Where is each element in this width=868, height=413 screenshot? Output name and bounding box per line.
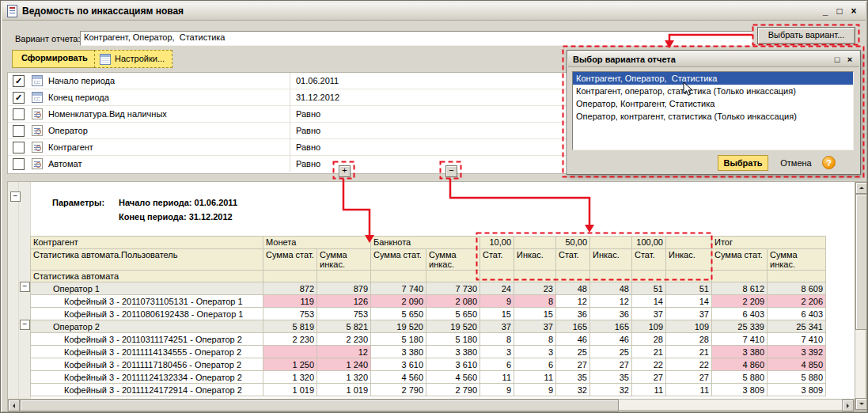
minimize-button[interactable]: _ (818, 6, 832, 17)
filter-value[interactable]: Равно (290, 126, 320, 135)
table-row[interactable]: Оператор 18728797 7407 7302423484851518 … (31, 282, 826, 295)
table-row[interactable]: Кофейный 3 - 20110731105131 - Оператор 1… (31, 295, 826, 308)
close-button[interactable]: × (847, 6, 861, 17)
data-cell: 7 410 (712, 333, 768, 346)
data-cell: 14 (632, 295, 666, 308)
column-subheader: Сумма стат. (263, 249, 317, 271)
dialog-close-button[interactable]: × (843, 55, 856, 64)
vertical-scroll-thumb[interactable] (855, 194, 867, 330)
column-subheader: Сумма инкас. (768, 249, 826, 271)
data-cell (263, 346, 317, 358)
collapse-row-group-button[interactable]: − (20, 320, 30, 330)
data-cell: 4 560 (426, 371, 480, 384)
collapse-report-group-button[interactable]: − (10, 191, 21, 202)
expand-columns-button[interactable]: + (339, 165, 351, 177)
dialog-cancel-button[interactable]: Отмена (776, 155, 816, 171)
scroll-up-button[interactable] (855, 182, 867, 194)
data-cell: 8 (514, 333, 556, 346)
column-group-header: Монета (263, 237, 371, 249)
data-cell: 7 740 (371, 282, 426, 295)
settings-button-label: Настройки... (115, 51, 165, 66)
dialog-help-button[interactable]: ? (822, 156, 836, 169)
column-subheader: Сумма стат. (371, 249, 426, 271)
column-group-header (514, 237, 556, 249)
settings-button[interactable]: Настройки... (94, 50, 172, 68)
filter-checkbox[interactable] (13, 125, 25, 137)
data-cell: 2 206 (768, 295, 826, 308)
report-variant-input[interactable]: Контрагент, Оператор, Статистика (80, 31, 752, 46)
period-start-icon (32, 75, 43, 86)
data-cell: 25 (590, 346, 632, 358)
data-cell: 32 (556, 384, 590, 396)
table-row[interactable]: Кофейный 3 - 20111124132334 - Оператор 2… (31, 371, 826, 384)
column-subheader: Инкас. (666, 249, 712, 271)
data-cell: 2 080 (426, 295, 480, 308)
data-cell: 8 (480, 333, 514, 346)
row-name-cell: Кофейный 3 - 20111114134555 - Оператор 2 (31, 346, 263, 358)
report-variant-option[interactable]: Контрагент, оператор, статистика (Только… (573, 85, 853, 97)
filter-value[interactable]: 31.12.2012 (290, 93, 339, 102)
data-cell: 27 (666, 371, 712, 384)
column-subheader: Сумма инкас. (426, 249, 480, 271)
filter-name: Автомат (48, 156, 290, 172)
filter-checkbox[interactable]: ✓ (13, 75, 25, 87)
table-row[interactable]: Кофейный 3 - 20111124172914 - Оператор 2… (31, 384, 826, 396)
maximize-button[interactable]: □ (832, 6, 847, 17)
choose-variant-button[interactable]: Выбрать вариант... (757, 27, 855, 44)
filter-name: Оператор (48, 123, 290, 138)
table-row[interactable]: Оператор 25 8195 82119 52019 52037371651… (31, 320, 826, 333)
data-cell: 109 (666, 320, 712, 333)
filter-checkbox[interactable] (13, 142, 25, 153)
horizontal-scrollbar[interactable] (7, 399, 855, 411)
data-cell: 6 (480, 358, 514, 371)
filter-checkbox[interactable]: ✓ (13, 92, 25, 104)
data-cell: 4 860 (712, 358, 768, 371)
scroll-right-button[interactable] (842, 400, 854, 411)
collapse-columns-button[interactable]: − (445, 165, 457, 177)
data-cell: 51 (632, 282, 666, 295)
horizontal-scroll-thumb[interactable] (20, 400, 619, 411)
scroll-down-button[interactable] (855, 398, 867, 410)
dialog-select-button[interactable]: Выбрать (718, 155, 768, 171)
data-cell: 23 (514, 282, 556, 295)
data-cell: 126 (317, 295, 371, 308)
generate-report-button[interactable]: Сформировать (12, 50, 97, 68)
column-subheader2: Статистика автомата (31, 271, 263, 282)
filter-value[interactable]: Равно (290, 142, 320, 152)
filter-value[interactable]: Равно (290, 159, 320, 169)
data-cell: 5 880 (712, 371, 768, 384)
filter-checkbox[interactable] (13, 158, 25, 170)
table-row[interactable]: Кофейный 3 - 20111117180456 - Оператор 2… (31, 358, 826, 371)
data-cell: 4 850 (768, 358, 826, 371)
report-variant-option[interactable]: Контрагент, Оператор, Статистика (573, 72, 853, 85)
table-row[interactable]: Кофейный 3 - 20111114134555 - Оператор 2… (31, 346, 826, 358)
filter-checkbox[interactable] (13, 108, 25, 120)
data-cell: 3 610 (426, 358, 480, 371)
column-subheader2 (263, 271, 317, 282)
filter-name: Номенклатура.Вид наличных (48, 106, 290, 122)
data-cell: 9 (480, 295, 514, 308)
data-cell: 48 (556, 282, 590, 295)
vertical-scrollbar[interactable] (855, 181, 866, 411)
filter-value[interactable]: Равно (290, 109, 320, 119)
data-cell: 1 240 (317, 358, 371, 371)
report-variant-option[interactable]: Оператор, Контрагент, Статистика (573, 97, 853, 110)
collapse-row-group-button[interactable]: − (20, 282, 30, 292)
data-cell: 4 560 (371, 371, 426, 384)
data-cell: 1 019 (317, 384, 371, 396)
column-subheader2 (426, 271, 480, 282)
dialog-maximize-button[interactable]: □ (831, 55, 843, 64)
data-cell: 872 (263, 282, 317, 295)
data-cell: 9 (480, 384, 514, 396)
data-cell: 2 230 (263, 333, 317, 346)
table-row[interactable]: Кофейный 3 - 20110806192438 - Оператор 1… (31, 308, 826, 320)
data-cell: 9 (514, 384, 556, 396)
scroll-left-button[interactable] (8, 400, 20, 411)
data-cell: 7 410 (768, 333, 826, 346)
data-cell: 1 320 (317, 371, 371, 384)
table-row[interactable]: Кофейный 3 - 20110311174251 - Оператор 2… (31, 333, 826, 346)
settings-icon (100, 54, 111, 65)
filter-value[interactable]: 01.06.2011 (290, 76, 339, 85)
column-subheader: Сумма стат. (712, 249, 768, 271)
report-variant-option[interactable]: Оператор, контрагент, статистика (Только… (573, 110, 853, 123)
